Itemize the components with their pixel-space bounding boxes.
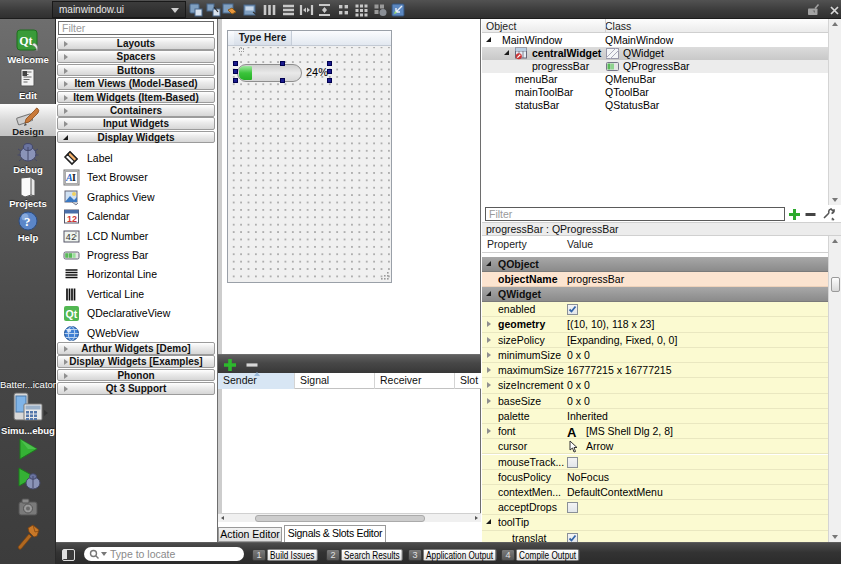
svg-text:I: I <box>72 172 76 183</box>
svg-text:42: 42 <box>66 233 77 243</box>
svg-text:?: ? <box>24 214 31 229</box>
svg-text:Qt: Qt <box>19 34 32 48</box>
svg-text:12: 12 <box>67 214 77 224</box>
svg-text:Qt: Qt <box>66 308 78 320</box>
